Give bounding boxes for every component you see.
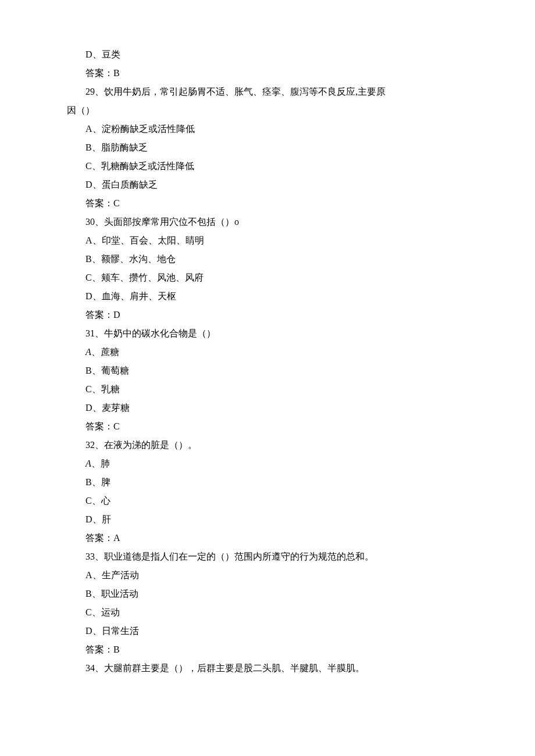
text-line: A、印堂、百会、太阳、睛明 <box>67 231 468 250</box>
text-line: 答案：C <box>67 194 468 213</box>
text-line: C、运动 <box>67 603 468 622</box>
italic-letter: A <box>85 347 91 357</box>
text-line: 因（） <box>67 101 468 120</box>
text-line: 30、头面部按摩常用穴位不包括（）o <box>67 213 468 231</box>
text-line: C、乳糖酶缺乏或活性降低 <box>67 157 468 175</box>
text-line: B、额髎、水沟、地仓 <box>67 250 468 268</box>
text-line: B、葡萄糖 <box>67 361 468 380</box>
text-line: 34、大腿前群主要是（），后群主要是股二头肌、半腱肌、半膜肌。 <box>67 659 468 678</box>
text-line: 答案：B <box>67 64 468 83</box>
text-line: 答案：D <box>67 306 468 324</box>
text-rest: 、蔗糖 <box>91 347 119 357</box>
text-line: A、生产活动 <box>67 566 468 585</box>
italic-letter: A <box>85 458 91 468</box>
text-line: D、血海、肩井、天枢 <box>67 287 468 306</box>
text-line: C、心 <box>67 492 468 510</box>
text-line: B、脂肪酶缺乏 <box>67 138 468 157</box>
document-content: D、豆类答案：B29、饮用牛奶后，常引起肠胃不适、胀气、痉挛、腹泻等不良反应,主… <box>67 45 468 678</box>
text-line: 答案：C <box>67 417 468 436</box>
text-line: 32、在液为涕的脏是（）。 <box>67 436 468 454</box>
text-line: D、豆类 <box>67 45 468 64</box>
document-page: D、豆类答案：B29、饮用牛奶后，常引起肠胃不适、胀气、痉挛、腹泻等不良反应,主… <box>0 0 535 756</box>
text-line: D、麦芽糖 <box>67 399 468 417</box>
text-line: B、脾 <box>67 473 468 492</box>
text-line: 33、职业道德是指人们在一定的（）范围内所遵守的行为规范的总和。 <box>67 547 468 566</box>
text-line: 31、牛奶中的碳水化合物是（） <box>67 324 468 343</box>
text-line: C、颊车、攒竹、风池、风府 <box>67 268 468 287</box>
text-line: D、蛋白质酶缺乏 <box>67 175 468 194</box>
text-rest: 、肺 <box>91 458 110 468</box>
text-line: A、肺 <box>67 454 468 473</box>
text-line: 答案：B <box>67 640 468 659</box>
text-line: D、日常生活 <box>67 622 468 640</box>
text-line: D、肝 <box>67 510 468 529</box>
text-line: 29、饮用牛奶后，常引起肠胃不适、胀气、痉挛、腹泻等不良反应,主要原 <box>67 83 468 101</box>
text-line: C、乳糖 <box>67 380 468 399</box>
text-line: 答案：A <box>67 529 468 547</box>
text-line: A、蔗糖 <box>67 343 468 361</box>
text-line: A、淀粉酶缺乏或活性降低 <box>67 120 468 138</box>
text-line: B、职业活动 <box>67 585 468 603</box>
